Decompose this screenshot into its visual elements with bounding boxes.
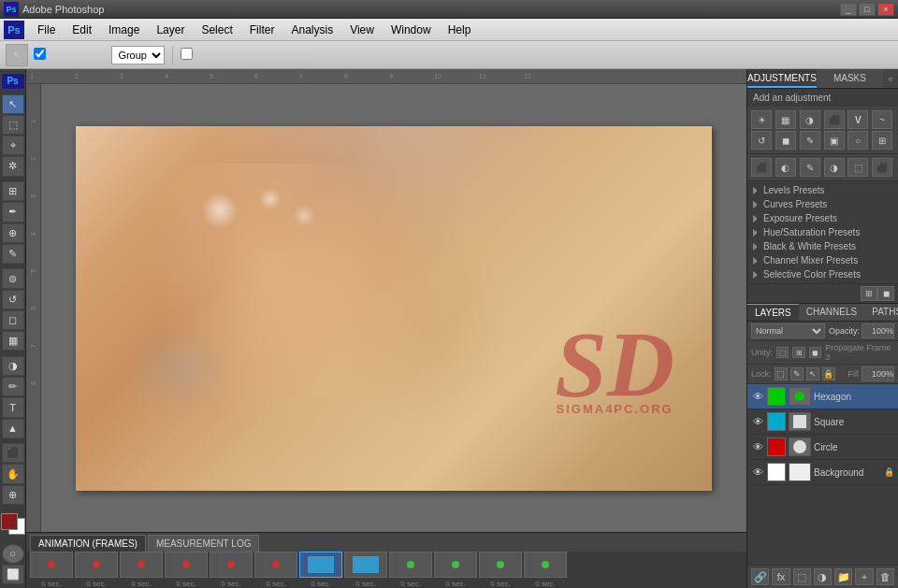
layer-item-square[interactable]: 👁 Square bbox=[747, 409, 898, 435]
blend-mode-select[interactable]: Normal Multiply Screen Overlay bbox=[751, 323, 825, 338]
menu-window[interactable]: Window bbox=[384, 22, 439, 38]
lock-transparent-icon[interactable]: ⬚ bbox=[775, 367, 788, 380]
lock-all-icon[interactable]: 🔒 bbox=[822, 367, 835, 380]
heal-tool[interactable]: ⊕ bbox=[2, 223, 24, 243]
preset-channel-mixer[interactable]: Channel Mixer Presets bbox=[747, 253, 898, 267]
frame-3[interactable]: 0 sec. bbox=[120, 552, 163, 588]
layer-eye-square[interactable]: 👁 bbox=[751, 415, 764, 428]
menu-layer[interactable]: Layer bbox=[149, 22, 192, 38]
gradient-tool[interactable]: ▦ bbox=[2, 331, 24, 351]
lasso-tool[interactable]: ⌖ bbox=[2, 136, 24, 155]
frame-thumb-4[interactable] bbox=[165, 552, 208, 578]
adj-icon2-3[interactable]: ✎ bbox=[800, 158, 820, 177]
preset-hue-saturation[interactable]: Hue/Saturation Presets bbox=[747, 225, 898, 239]
adj-icon2-2[interactable]: ◐ bbox=[775, 158, 796, 177]
frame-thumb-8[interactable] bbox=[344, 552, 387, 578]
magic-wand-tool[interactable]: ✲ bbox=[2, 156, 24, 176]
move-tool[interactable]: ↖ bbox=[2, 94, 24, 114]
menu-filter[interactable]: Filter bbox=[242, 22, 282, 38]
layer-eye-circle[interactable]: 👁 bbox=[751, 440, 764, 453]
frame-8[interactable]: 0 sec. bbox=[344, 552, 387, 588]
frame-11[interactable]: 0 sec. bbox=[479, 552, 522, 588]
frame-thumb-7[interactable] bbox=[299, 552, 342, 578]
frame-thumb-9[interactable] bbox=[389, 552, 432, 578]
frame-6[interactable]: 0 sec. bbox=[254, 552, 297, 588]
menu-view[interactable]: View bbox=[342, 22, 382, 38]
frame-thumb-11[interactable] bbox=[479, 552, 522, 578]
adj-wave-icon[interactable]: ~ bbox=[872, 110, 892, 129]
layer-item-circle[interactable]: 👁 Circle bbox=[747, 435, 898, 460]
tab-masks[interactable]: MASKS bbox=[817, 69, 883, 88]
layer-mask-btn[interactable]: ⬚ bbox=[793, 568, 811, 585]
preset-curves[interactable]: Curves Presets bbox=[747, 197, 898, 211]
adj-levels-icon[interactable]: ▦ bbox=[775, 110, 796, 129]
fill-icon1[interactable]: ⬚ bbox=[776, 347, 789, 358]
adjustments-collapse[interactable]: « bbox=[883, 69, 898, 88]
adj-circle-icon[interactable]: ○ bbox=[847, 131, 868, 150]
frame-1[interactable]: 0 sec. bbox=[30, 552, 73, 588]
adj-bottom-icon1[interactable]: ⊞ bbox=[861, 286, 877, 301]
fill-icon2[interactable]: ⊞ bbox=[792, 347, 804, 358]
link-layers-btn[interactable]: 🔗 bbox=[751, 568, 769, 585]
preset-selective-color[interactable]: Selective Color Presets bbox=[747, 267, 898, 281]
frame-thumb-10[interactable] bbox=[434, 552, 477, 578]
eraser-tool[interactable]: ◻ bbox=[2, 310, 24, 330]
screen-mode-btn[interactable]: ⬜ bbox=[2, 565, 24, 584]
lock-brush-icon[interactable]: ✎ bbox=[790, 367, 804, 380]
tab-animation-frames[interactable]: ANIMATION (FRAMES) bbox=[30, 535, 146, 552]
fill-input[interactable] bbox=[862, 366, 894, 381]
menu-file[interactable]: File bbox=[30, 22, 63, 38]
frame-thumb-3[interactable] bbox=[120, 552, 163, 578]
adj-icon2-4[interactable]: ◑ bbox=[824, 158, 845, 177]
text-tool[interactable]: T bbox=[2, 397, 24, 417]
history-brush-tool[interactable]: ↺ bbox=[2, 290, 24, 309]
layer-item-background[interactable]: 👁 Background 🔒 bbox=[747, 460, 898, 485]
preset-levels[interactable]: Levels Presets bbox=[747, 183, 898, 197]
new-group-btn[interactable]: 📁 bbox=[834, 568, 852, 585]
opacity-input[interactable] bbox=[862, 323, 894, 338]
adj-grid-icon[interactable]: ▣ bbox=[824, 131, 845, 150]
show-transform-checkbox[interactable] bbox=[181, 48, 193, 60]
layer-item-hexagon[interactable]: 👁 Hexagon bbox=[747, 384, 898, 409]
delete-layer-btn[interactable]: 🗑 bbox=[876, 568, 894, 585]
tab-adjustments[interactable]: ADJUSTMENTS bbox=[747, 69, 817, 88]
preset-bw[interactable]: Black & White Presets bbox=[747, 239, 898, 253]
frame-thumb-1[interactable] bbox=[30, 552, 73, 578]
quick-mask-tool[interactable]: ○ bbox=[2, 544, 24, 564]
shape-tool[interactable]: ⬛ bbox=[2, 443, 24, 463]
dodge-tool[interactable]: ◑ bbox=[2, 356, 24, 376]
frame-12[interactable]: 0 sec. bbox=[524, 552, 567, 588]
adj-exposure-icon[interactable]: ⬛ bbox=[824, 110, 845, 129]
path-select-tool[interactable]: ▲ bbox=[2, 419, 24, 438]
tab-measurement-log[interactable]: MEASUREMENT LOG bbox=[148, 535, 260, 552]
new-layer-btn[interactable]: + bbox=[855, 568, 873, 585]
auto-select-checkbox[interactable] bbox=[34, 48, 46, 60]
adj-pencil-icon[interactable]: ✎ bbox=[800, 131, 820, 150]
adj-pattern-icon[interactable]: ⊞ bbox=[872, 131, 892, 150]
frame-7[interactable]: 0 sec. bbox=[299, 552, 342, 588]
frame-thumb-5[interactable] bbox=[210, 552, 253, 578]
frame-2[interactable]: 0 sec. bbox=[75, 552, 118, 588]
frame-9[interactable]: 0 sec. bbox=[389, 552, 432, 588]
marquee-tool[interactable]: ⬚ bbox=[2, 115, 24, 135]
adj-curves-icon[interactable]: ◑ bbox=[800, 110, 820, 129]
brush-tool[interactable]: ✎ bbox=[2, 244, 24, 264]
eyedropper-tool[interactable]: ✒ bbox=[2, 202, 24, 222]
tab-layers[interactable]: LAYERS bbox=[747, 304, 799, 321]
color-swatches[interactable] bbox=[1, 513, 25, 535]
pen-tool[interactable]: ✏ bbox=[2, 377, 24, 396]
adj-icon2-5[interactable]: ⬚ bbox=[847, 158, 868, 177]
tab-channels[interactable]: CHANNELS bbox=[799, 304, 864, 321]
frame-thumb-6[interactable] bbox=[254, 552, 297, 578]
menu-help[interactable]: Help bbox=[441, 22, 479, 38]
menu-select[interactable]: Select bbox=[194, 22, 239, 38]
layer-eye-hexagon[interactable]: 👁 bbox=[751, 390, 764, 403]
frame-4[interactable]: 0 sec. bbox=[165, 552, 208, 588]
crop-tool[interactable]: ⊞ bbox=[2, 181, 24, 201]
fill-icon3[interactable]: ◼ bbox=[809, 347, 821, 358]
zoom-tool[interactable]: ⊕ bbox=[2, 485, 24, 505]
adj-rotate-icon[interactable]: ↺ bbox=[751, 131, 772, 150]
frame-thumb-12[interactable] bbox=[524, 552, 567, 578]
menu-analysis[interactable]: Analysis bbox=[283, 22, 340, 38]
menu-edit[interactable]: Edit bbox=[65, 22, 99, 38]
